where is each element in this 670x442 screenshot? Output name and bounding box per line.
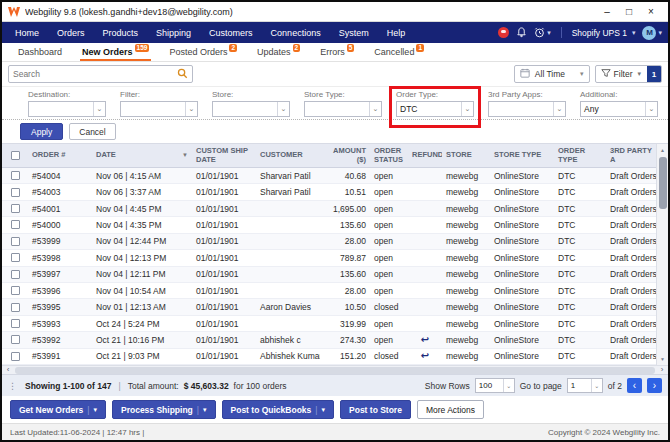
close-button[interactable]: × bbox=[640, 3, 662, 21]
row-checkbox[interactable] bbox=[11, 188, 20, 197]
menu-item[interactable]: Products bbox=[94, 22, 148, 43]
row-checkbox[interactable] bbox=[11, 286, 20, 295]
filter-select[interactable]: DTC ⌄ bbox=[396, 101, 474, 117]
previous-page-button[interactable]: ‹ bbox=[627, 378, 642, 393]
filter-select[interactable]: ⌄ bbox=[120, 101, 198, 117]
menu-item[interactable]: Help bbox=[378, 22, 415, 43]
header-order-type[interactable]: ORDER TYPE bbox=[554, 147, 606, 164]
row-checkbox[interactable] bbox=[11, 253, 20, 262]
header-ship-date[interactable]: CUSTOM SHIP DATE bbox=[192, 147, 256, 164]
row-checkbox[interactable] bbox=[11, 171, 20, 180]
header-refund[interactable]: REFUND bbox=[408, 151, 442, 160]
sort-desc-icon[interactable]: ▼ bbox=[182, 152, 188, 159]
search-box[interactable] bbox=[8, 65, 193, 83]
filter-select[interactable]: ⌄ bbox=[28, 101, 106, 117]
tab[interactable]: Updates 2 bbox=[247, 43, 310, 61]
table-row[interactable]: #53996 Nov 04 | 10:54 AM 01/01/1901 28.0… bbox=[2, 283, 656, 299]
action-button[interactable]: Post to QuickBooks | ▾ bbox=[222, 400, 335, 419]
menu-item[interactable]: Home bbox=[6, 22, 48, 43]
row-checkbox[interactable] bbox=[11, 270, 20, 279]
menu-item[interactable]: Connections bbox=[262, 22, 330, 43]
action-button[interactable]: Get New Orders | ▾ bbox=[10, 400, 106, 419]
user-avatar-menu[interactable]: M ▾ bbox=[642, 26, 662, 40]
row-checkbox[interactable] bbox=[11, 303, 20, 312]
header-customer[interactable]: CUSTOMER bbox=[256, 151, 320, 160]
cell-customer: Sharvari Patil bbox=[256, 187, 320, 197]
tab[interactable]: New Orders 159 bbox=[72, 43, 159, 61]
table-row[interactable]: #53997 Nov 04 | 12:11 PM 01/01/1901 135.… bbox=[2, 267, 656, 283]
tab[interactable]: Posted Orders 2 bbox=[159, 43, 247, 61]
filter-select[interactable]: ⌄ bbox=[488, 101, 566, 117]
horizontal-scrollbar[interactable]: ‹ › bbox=[2, 365, 668, 374]
header-order[interactable]: ORDER # bbox=[28, 151, 92, 160]
table-row[interactable]: #54001 Nov 04 | 4:45 PM 01/01/1901 1,695… bbox=[2, 201, 656, 217]
header-amount[interactable]: AMOUNT ($) bbox=[320, 147, 370, 164]
cell-store-type: OnlineStore bbox=[490, 171, 554, 181]
search-icon[interactable] bbox=[177, 65, 188, 83]
show-rows-select[interactable]: 100 ⌄ bbox=[475, 378, 515, 393]
row-checkbox[interactable] bbox=[11, 237, 20, 246]
action-button[interactable]: Process Shipping | ▾ bbox=[112, 400, 216, 419]
action-button[interactable]: More Actions | ▾ bbox=[417, 400, 484, 419]
header-status[interactable]: ORDER STATUS bbox=[370, 147, 408, 164]
row-checkbox[interactable] bbox=[11, 220, 20, 229]
goto-page-select[interactable]: 1 ⌄ bbox=[567, 378, 603, 393]
notifications-bell-icon[interactable] bbox=[516, 27, 527, 38]
filter-label: Store: bbox=[212, 90, 290, 99]
table-row[interactable]: #53995 Nov 01 | 12:13 AM 01/01/1901 Aaro… bbox=[2, 299, 656, 315]
table-row[interactable]: #53992 Oct 21 | 10:16 PM 01/01/1901 abhi… bbox=[2, 332, 656, 348]
minimize-button[interactable]: – bbox=[596, 3, 618, 21]
titlebar: Webgility 9.8 (lokesh.gandhi+dev18@webgi… bbox=[2, 2, 668, 22]
header-store-type[interactable]: STORE TYPE bbox=[490, 151, 554, 160]
menu-item[interactable]: Customers bbox=[200, 22, 262, 43]
menu-item[interactable]: Orders bbox=[48, 22, 94, 43]
table-row[interactable]: #53991 Oct 21 | 9:03 PM 01/01/1901 Abhis… bbox=[2, 349, 656, 365]
action-button[interactable]: Post to Store | ▾ bbox=[340, 400, 411, 419]
vertical-scrollbar[interactable]: ▲ ▼ bbox=[656, 144, 668, 365]
horizontal-scroll-thumb[interactable] bbox=[15, 367, 655, 374]
tab[interactable]: Errors 5 bbox=[310, 43, 364, 61]
alerts-icon[interactable] bbox=[498, 27, 509, 38]
next-page-button[interactable]: › bbox=[647, 378, 662, 393]
filter-select[interactable]: ⌄ bbox=[212, 101, 290, 117]
row-checkbox[interactable] bbox=[11, 204, 20, 213]
total-amount-suffix: for 100 orders bbox=[234, 381, 287, 391]
table-row[interactable]: #54000 Nov 04 | 4:35 PM 01/01/1901 135.6… bbox=[2, 217, 656, 233]
vertical-scroll-thumb[interactable] bbox=[659, 157, 667, 209]
row-checkbox[interactable] bbox=[11, 319, 20, 328]
table-row[interactable]: #54004 Nov 06 | 4:15 AM 01/01/1901 Sharv… bbox=[2, 168, 656, 184]
scheduler-clock-icon[interactable]: ▾ bbox=[534, 27, 551, 38]
tab-count-badge: 2 bbox=[229, 44, 237, 53]
chevron-down-icon: ⌄ bbox=[461, 102, 473, 116]
search-input[interactable] bbox=[13, 69, 177, 79]
menu-item[interactable]: System bbox=[330, 22, 378, 43]
apply-button[interactable]: Apply bbox=[20, 123, 63, 140]
menu-item[interactable]: Shipping bbox=[147, 22, 200, 43]
cell-store-type: OnlineStore bbox=[490, 269, 554, 279]
table-row[interactable]: #54003 Nov 06 | 3:37 AM 01/01/1901 Sharv… bbox=[2, 184, 656, 200]
cell-store-type: OnlineStore bbox=[490, 220, 554, 230]
table-row[interactable]: #53998 Nov 04 | 12:13 PM 01/01/1901 789.… bbox=[2, 250, 656, 266]
row-checkbox[interactable] bbox=[11, 335, 20, 344]
cell-store: mewebg bbox=[442, 220, 490, 230]
tab[interactable]: Dashboard bbox=[8, 43, 72, 61]
store-selector-dropdown[interactable]: Shopify UPS 1 ▾ bbox=[572, 28, 636, 38]
row-checkbox[interactable] bbox=[11, 352, 20, 361]
header-store[interactable]: STORE bbox=[442, 151, 490, 160]
date-range-dropdown[interactable]: All Time ▾ bbox=[514, 65, 590, 83]
filter-select[interactable]: ⌄ bbox=[304, 101, 382, 117]
header-date[interactable]: DATE ▼ bbox=[92, 151, 192, 160]
filter-button[interactable]: Filter ▾ 1 bbox=[595, 65, 662, 83]
table-row[interactable]: #53999 Nov 04 | 12:44 PM 01/01/1901 28.0… bbox=[2, 234, 656, 250]
filter-select[interactable]: Any ⌄ bbox=[580, 101, 658, 117]
select-all-checkbox[interactable] bbox=[11, 151, 20, 160]
scroll-up-icon[interactable]: ▲ bbox=[657, 144, 669, 156]
avatar: M bbox=[642, 26, 656, 40]
scroll-down-icon[interactable]: ▼ bbox=[657, 353, 669, 365]
header-third-party[interactable]: 3RD PARTY A bbox=[606, 147, 656, 164]
table-row[interactable]: #53993 Oct 24 | 5:24 PM 01/01/1901 319.9… bbox=[2, 316, 656, 332]
cell-third-party: Draft Orders bbox=[606, 302, 656, 312]
maximize-button[interactable]: □ bbox=[618, 3, 640, 21]
cancel-button[interactable]: Cancel bbox=[69, 123, 115, 140]
tab[interactable]: Cancelled 1 bbox=[364, 43, 434, 61]
